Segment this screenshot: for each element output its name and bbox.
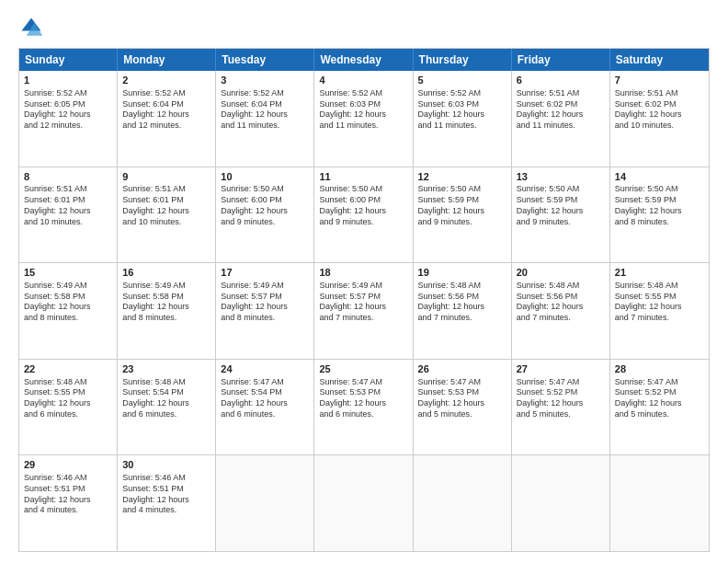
day-number: 3 [221, 74, 309, 87]
calendar-body: 1Sunrise: 5:52 AM Sunset: 6:05 PM Daylig… [19, 71, 709, 551]
page: SundayMondayTuesdayWednesdayThursdayFrid… [0, 0, 728, 563]
cell-info: Sunrise: 5:52 AM Sunset: 6:05 PM Dayligh… [24, 88, 112, 132]
cell-info: Sunrise: 5:47 AM Sunset: 5:52 PM Dayligh… [615, 377, 704, 420]
day-number: 19 [418, 266, 506, 280]
calendar-row-2: 8Sunrise: 5:51 AM Sunset: 6:01 PM Daylig… [19, 167, 709, 264]
calendar-cell-15: 15Sunrise: 5:49 AM Sunset: 5:58 PM Dayli… [19, 263, 118, 359]
calendar-cell-11: 11Sunrise: 5:50 AM Sunset: 6:00 PM Dayli… [314, 167, 413, 263]
calendar: SundayMondayTuesdayWednesdayThursdayFrid… [18, 48, 710, 552]
calendar-cell-20: 20Sunrise: 5:48 AM Sunset: 5:56 PM Dayli… [512, 263, 610, 359]
calendar-cell-empty [512, 455, 610, 551]
day-number: 12 [418, 170, 506, 184]
header-day-monday: Monday [118, 49, 216, 71]
cell-info: Sunrise: 5:51 AM Sunset: 6:01 PM Dayligh… [122, 184, 210, 227]
calendar-cell-24: 24Sunrise: 5:47 AM Sunset: 5:54 PM Dayli… [216, 360, 314, 455]
day-number: 30 [122, 458, 210, 472]
day-number: 1 [24, 74, 112, 87]
header-day-saturday: Saturday [610, 49, 709, 71]
calendar-cell-26: 26Sunrise: 5:47 AM Sunset: 5:53 PM Dayli… [414, 360, 512, 455]
cell-info: Sunrise: 5:48 AM Sunset: 5:55 PM Dayligh… [615, 281, 704, 324]
calendar-cell-4: 4Sunrise: 5:52 AM Sunset: 6:03 PM Daylig… [314, 71, 413, 167]
cell-info: Sunrise: 5:50 AM Sunset: 6:00 PM Dayligh… [319, 184, 407, 227]
day-number: 29 [24, 458, 112, 472]
day-number: 8 [24, 170, 112, 184]
cell-info: Sunrise: 5:47 AM Sunset: 5:52 PM Dayligh… [517, 377, 605, 420]
cell-info: Sunrise: 5:50 AM Sunset: 5:59 PM Dayligh… [517, 184, 605, 227]
cell-info: Sunrise: 5:48 AM Sunset: 5:56 PM Dayligh… [517, 281, 605, 324]
cell-info: Sunrise: 5:47 AM Sunset: 5:53 PM Dayligh… [319, 377, 407, 420]
calendar-cell-1: 1Sunrise: 5:52 AM Sunset: 6:05 PM Daylig… [19, 71, 118, 167]
cell-info: Sunrise: 5:46 AM Sunset: 5:51 PM Dayligh… [24, 473, 112, 516]
calendar-row-1: 1Sunrise: 5:52 AM Sunset: 6:05 PM Daylig… [19, 71, 709, 167]
calendar-cell-16: 16Sunrise: 5:49 AM Sunset: 5:58 PM Dayli… [118, 263, 216, 359]
cell-info: Sunrise: 5:46 AM Sunset: 5:51 PM Dayligh… [122, 473, 210, 516]
calendar-cell-12: 12Sunrise: 5:50 AM Sunset: 5:59 PM Dayli… [414, 167, 512, 263]
calendar-cell-5: 5Sunrise: 5:52 AM Sunset: 6:03 PM Daylig… [414, 71, 512, 167]
cell-info: Sunrise: 5:48 AM Sunset: 5:56 PM Dayligh… [418, 281, 506, 324]
day-number: 28 [615, 362, 704, 376]
header-day-sunday: Sunday [19, 49, 118, 71]
day-number: 26 [418, 362, 506, 376]
calendar-cell-7: 7Sunrise: 5:51 AM Sunset: 6:02 PM Daylig… [610, 71, 709, 167]
calendar-cell-30: 30Sunrise: 5:46 AM Sunset: 5:51 PM Dayli… [118, 455, 216, 551]
day-number: 14 [615, 170, 704, 184]
day-number: 4 [319, 74, 407, 87]
calendar-header: SundayMondayTuesdayWednesdayThursdayFrid… [19, 49, 709, 71]
calendar-cell-6: 6Sunrise: 5:51 AM Sunset: 6:02 PM Daylig… [512, 71, 610, 167]
cell-info: Sunrise: 5:49 AM Sunset: 5:58 PM Dayligh… [24, 281, 112, 324]
calendar-row-5: 29Sunrise: 5:46 AM Sunset: 5:51 PM Dayli… [19, 455, 709, 551]
header [18, 15, 710, 40]
cell-info: Sunrise: 5:49 AM Sunset: 5:58 PM Dayligh… [122, 281, 210, 324]
day-number: 5 [418, 74, 506, 87]
cell-info: Sunrise: 5:48 AM Sunset: 5:54 PM Dayligh… [122, 377, 210, 420]
cell-info: Sunrise: 5:49 AM Sunset: 5:57 PM Dayligh… [221, 281, 309, 324]
calendar-cell-28: 28Sunrise: 5:47 AM Sunset: 5:52 PM Dayli… [610, 360, 709, 455]
day-number: 22 [24, 362, 112, 376]
logo-icon [18, 15, 44, 40]
header-day-friday: Friday [512, 49, 610, 71]
calendar-cell-18: 18Sunrise: 5:49 AM Sunset: 5:57 PM Dayli… [314, 263, 413, 359]
cell-info: Sunrise: 5:48 AM Sunset: 5:55 PM Dayligh… [24, 377, 112, 420]
calendar-cell-empty [414, 455, 512, 551]
calendar-cell-14: 14Sunrise: 5:50 AM Sunset: 5:59 PM Dayli… [610, 167, 709, 263]
day-number: 27 [517, 362, 605, 376]
day-number: 20 [517, 266, 605, 280]
cell-info: Sunrise: 5:51 AM Sunset: 6:02 PM Dayligh… [615, 88, 704, 132]
header-day-wednesday: Wednesday [314, 49, 413, 71]
cell-info: Sunrise: 5:51 AM Sunset: 6:02 PM Dayligh… [517, 88, 605, 132]
day-number: 25 [319, 362, 407, 376]
calendar-row-4: 22Sunrise: 5:48 AM Sunset: 5:55 PM Dayli… [19, 360, 709, 456]
calendar-cell-21: 21Sunrise: 5:48 AM Sunset: 5:55 PM Dayli… [610, 263, 709, 359]
day-number: 18 [319, 266, 407, 280]
calendar-row-3: 15Sunrise: 5:49 AM Sunset: 5:58 PM Dayli… [19, 263, 709, 360]
cell-info: Sunrise: 5:50 AM Sunset: 6:00 PM Dayligh… [221, 184, 309, 227]
cell-info: Sunrise: 5:52 AM Sunset: 6:03 PM Dayligh… [319, 88, 407, 132]
header-day-thursday: Thursday [414, 49, 512, 71]
cell-info: Sunrise: 5:52 AM Sunset: 6:04 PM Dayligh… [221, 88, 309, 132]
cell-info: Sunrise: 5:49 AM Sunset: 5:57 PM Dayligh… [319, 281, 407, 324]
day-number: 2 [122, 74, 210, 87]
calendar-cell-13: 13Sunrise: 5:50 AM Sunset: 5:59 PM Dayli… [512, 167, 610, 263]
calendar-cell-3: 3Sunrise: 5:52 AM Sunset: 6:04 PM Daylig… [216, 71, 314, 167]
logo [18, 15, 48, 40]
day-number: 24 [221, 362, 309, 376]
cell-info: Sunrise: 5:51 AM Sunset: 6:01 PM Dayligh… [24, 184, 112, 227]
cell-info: Sunrise: 5:50 AM Sunset: 5:59 PM Dayligh… [615, 184, 704, 227]
calendar-cell-22: 22Sunrise: 5:48 AM Sunset: 5:55 PM Dayli… [19, 360, 118, 455]
cell-info: Sunrise: 5:52 AM Sunset: 6:04 PM Dayligh… [122, 88, 210, 132]
header-day-tuesday: Tuesday [216, 49, 314, 71]
day-number: 6 [517, 74, 605, 87]
calendar-cell-29: 29Sunrise: 5:46 AM Sunset: 5:51 PM Dayli… [19, 455, 118, 551]
cell-info: Sunrise: 5:47 AM Sunset: 5:54 PM Dayligh… [221, 377, 309, 420]
calendar-cell-2: 2Sunrise: 5:52 AM Sunset: 6:04 PM Daylig… [118, 71, 216, 167]
calendar-cell-19: 19Sunrise: 5:48 AM Sunset: 5:56 PM Dayli… [414, 263, 512, 359]
calendar-cell-23: 23Sunrise: 5:48 AM Sunset: 5:54 PM Dayli… [118, 360, 216, 455]
calendar-cell-empty [216, 455, 314, 551]
cell-info: Sunrise: 5:52 AM Sunset: 6:03 PM Dayligh… [418, 88, 506, 132]
day-number: 10 [221, 170, 309, 184]
day-number: 17 [221, 266, 309, 280]
calendar-cell-10: 10Sunrise: 5:50 AM Sunset: 6:00 PM Dayli… [216, 167, 314, 263]
day-number: 16 [122, 266, 210, 280]
cell-info: Sunrise: 5:50 AM Sunset: 5:59 PM Dayligh… [418, 184, 506, 227]
calendar-cell-27: 27Sunrise: 5:47 AM Sunset: 5:52 PM Dayli… [512, 360, 610, 455]
